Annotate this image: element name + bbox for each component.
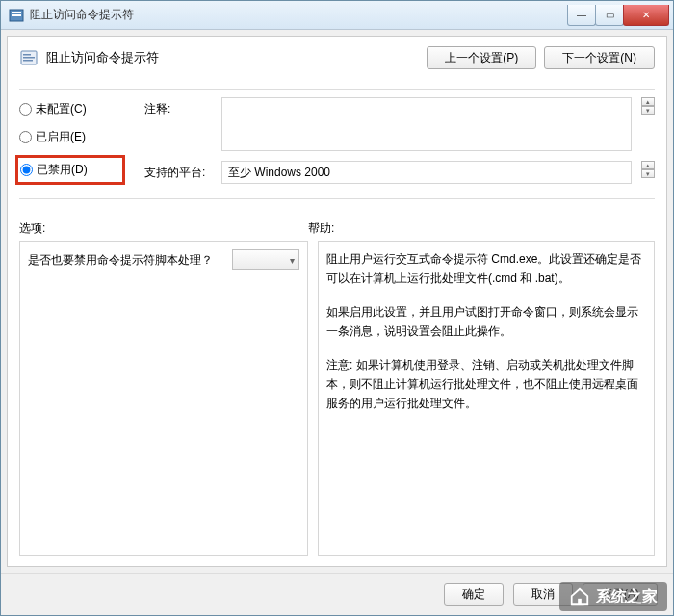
platform-scroll[interactable]: ▴▾	[641, 161, 655, 178]
comment-textarea[interactable]	[221, 97, 632, 151]
footer: 确定 取消 应用(A) 系统之家	[1, 573, 673, 615]
options-panel: 是否也要禁用命令提示符脚本处理？ ▾	[19, 241, 308, 556]
panels-row: 是否也要禁用命令提示符脚本处理？ ▾ 阻止用户运行交互式命令提示符 Cmd.ex…	[19, 241, 655, 556]
ok-button[interactable]: 确定	[444, 583, 504, 606]
radio-disabled[interactable]: 已禁用(D)	[20, 162, 117, 178]
radio-enabled-input[interactable]	[19, 131, 32, 143]
comment-label: 注释:	[144, 97, 212, 117]
fields-column: 注释: ▴▾ 支持的平台: 至少 Windows 2000 ▴▾	[144, 97, 655, 185]
radio-group: 未配置(C) 已启用(E) 已禁用(D)	[19, 97, 125, 185]
radio-disabled-label: 已禁用(D)	[37, 162, 88, 178]
content-area: 阻止访问命令提示符 上一个设置(P) 下一个设置(N) 未配置(C) 已启用(E…	[7, 36, 667, 567]
header-row: 阻止访问命令提示符 上一个设置(P) 下一个设置(N)	[19, 46, 655, 69]
apply-button[interactable]: 应用(A)	[583, 583, 658, 606]
close-button[interactable]: ✕	[623, 5, 669, 26]
highlight-box: 已禁用(D)	[15, 155, 125, 185]
svg-rect-2	[12, 14, 21, 16]
page-title: 阻止访问命令提示符	[46, 49, 427, 66]
help-paragraph: 如果启用此设置，并且用户试图打开命令窗口，则系统会显示一条消息，说明设置会阻止此…	[326, 302, 646, 342]
platform-value: 至少 Windows 2000	[228, 165, 330, 181]
dialog-window: 阻止访问命令提示符 — ▭ ✕ 阻止访问命令提示符 上一个设置(P) 下一个设置…	[0, 0, 674, 616]
option-script-processing: 是否也要禁用命令提示符脚本处理？ ▾	[28, 249, 299, 270]
maximize-button[interactable]: ▭	[595, 5, 624, 26]
divider	[19, 89, 655, 90]
titlebar[interactable]: 阻止访问命令提示符 — ▭ ✕	[1, 1, 673, 30]
prev-setting-button[interactable]: 上一个设置(P)	[427, 46, 536, 69]
section-labels: 选项: 帮助:	[19, 220, 655, 237]
platform-label: 支持的平台:	[144, 161, 212, 181]
help-label: 帮助:	[308, 220, 655, 237]
platform-box: 至少 Windows 2000	[221, 161, 632, 184]
radio-enabled-label: 已启用(E)	[36, 129, 86, 145]
options-label: 选项:	[19, 220, 308, 237]
radio-not-configured-label: 未配置(C)	[36, 101, 87, 117]
divider	[19, 198, 655, 199]
cancel-button[interactable]: 取消	[513, 583, 573, 606]
radio-not-configured[interactable]: 未配置(C)	[19, 101, 125, 117]
svg-rect-4	[23, 54, 31, 56]
svg-rect-5	[23, 57, 35, 59]
next-setting-button[interactable]: 下一个设置(N)	[544, 46, 655, 69]
comment-scroll[interactable]: ▴▾	[641, 97, 655, 115]
help-paragraph: 注意: 如果计算机使用登录、注销、启动或关机批处理文件脚本，则不阻止计算机运行批…	[326, 355, 646, 414]
help-paragraph: 阻止用户运行交互式命令提示符 Cmd.exe。此设置还确定是否可以在计算机上运行…	[326, 249, 646, 289]
minimize-button[interactable]: —	[567, 5, 596, 26]
svg-rect-6	[23, 60, 33, 62]
settings-row: 未配置(C) 已启用(E) 已禁用(D) 注释: ▴▾	[19, 97, 655, 185]
radio-not-configured-input[interactable]	[19, 103, 32, 116]
radio-disabled-input[interactable]	[20, 164, 33, 176]
app-icon	[9, 8, 24, 23]
window-title: 阻止访问命令提示符	[30, 7, 568, 23]
radio-enabled[interactable]: 已启用(E)	[19, 129, 125, 145]
help-panel: 阻止用户运行交互式命令提示符 Cmd.exe。此设置还确定是否可以在计算机上运行…	[318, 241, 655, 556]
option-question: 是否也要禁用命令提示符脚本处理？	[28, 252, 213, 269]
svg-rect-1	[12, 12, 21, 13]
svg-rect-7	[578, 599, 582, 604]
policy-icon	[19, 48, 39, 67]
option-dropdown[interactable]: ▾	[232, 249, 299, 270]
window-controls: — ▭ ✕	[568, 5, 669, 26]
